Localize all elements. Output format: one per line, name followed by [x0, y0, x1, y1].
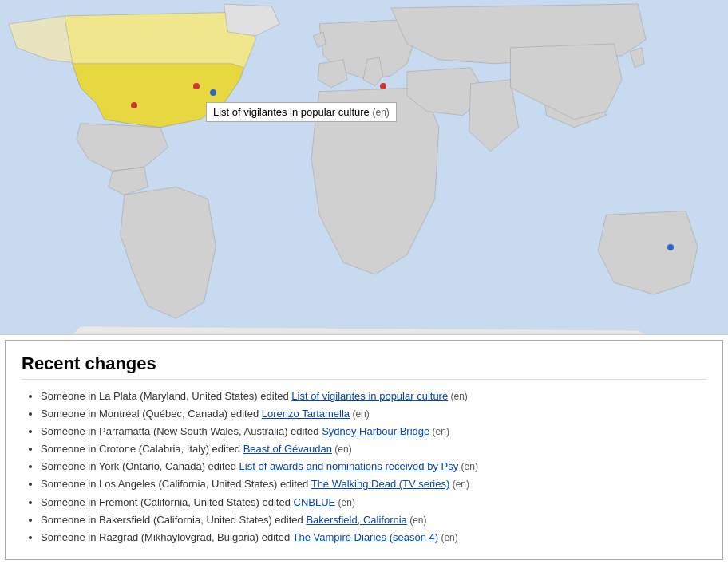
item-link[interactable]: Beast of Gévaudan [243, 443, 332, 455]
recent-changes-title: Recent changes [22, 353, 706, 380]
item-suffix: (en) [335, 497, 355, 508]
item-suffix: (en) [407, 515, 427, 526]
item-link[interactable]: CNBLUE [294, 496, 336, 508]
world-map: List of vigilantes in popular culture (e… [0, 0, 728, 335]
item-prefix: Someone in Los Angeles (California, Unit… [41, 478, 311, 490]
item-suffix: (en) [449, 479, 469, 490]
list-item: Someone in Parramatta (New South Wales, … [41, 423, 706, 440]
item-prefix: Someone in Crotone (Calabria, Italy) edi… [41, 443, 243, 455]
item-prefix: Someone in Bakersfield (California, Unit… [41, 514, 306, 526]
list-item: Someone in York (Ontario, Canada) edited… [41, 458, 706, 475]
item-suffix: (en) [429, 426, 449, 437]
item-suffix: (en) [332, 444, 352, 455]
item-link[interactable]: Bakersfield, California [306, 514, 406, 526]
list-item: Someone in Fremont (California, United S… [41, 494, 706, 511]
item-link[interactable]: Lorenzo Tartamella [262, 408, 350, 420]
item-suffix: (en) [448, 391, 468, 402]
recent-changes-list: Someone in La Plata (Maryland, United St… [22, 388, 706, 546]
list-item: Someone in Razgrad (Mikhaylovgrad, Bulga… [41, 529, 706, 546]
item-prefix: Someone in La Plata (Maryland, United St… [41, 390, 291, 402]
list-item: Someone in La Plata (Maryland, United St… [41, 388, 706, 405]
item-link[interactable]: The Vampire Diaries (season 4) [293, 531, 439, 543]
recent-changes-section: Recent changes Someone in La Plata (Mary… [5, 340, 723, 560]
dot-york[interactable] [210, 89, 216, 96]
dot-la-plata[interactable] [131, 102, 137, 108]
list-item: Someone in Bakersfield (California, Unit… [41, 511, 706, 529]
list-item: Someone in Crotone (Calabria, Italy) edi… [41, 440, 706, 458]
item-link[interactable]: Sydney Harbour Bridge [322, 425, 429, 437]
item-prefix: Someone in Parramatta (New South Wales, … [41, 425, 322, 437]
list-item: Someone in Los Angeles (California, Unit… [41, 475, 706, 493]
dot-montreal[interactable] [193, 83, 200, 89]
item-link[interactable]: List of awards and nominations received … [239, 460, 459, 472]
item-link[interactable]: The Walking Dead (TV series) [311, 478, 450, 490]
item-prefix: Someone in Montréal (Québec, Canada) edi… [41, 408, 262, 420]
dot-crotone[interactable] [380, 83, 386, 89]
dot-parramatta[interactable] [667, 244, 674, 250]
item-link[interactable]: List of vigilantes in popular culture [291, 390, 448, 402]
item-prefix: Someone in York (Ontario, Canada) edited [41, 460, 239, 472]
item-prefix: Someone in Fremont (California, United S… [41, 496, 294, 508]
item-suffix: (en) [438, 532, 458, 543]
list-item: Someone in Montréal (Québec, Canada) edi… [41, 405, 706, 423]
item-prefix: Someone in Razgrad (Mikhaylovgrad, Bulga… [41, 531, 293, 543]
item-suffix: (en) [350, 408, 370, 420]
item-suffix: (en) [458, 461, 478, 472]
